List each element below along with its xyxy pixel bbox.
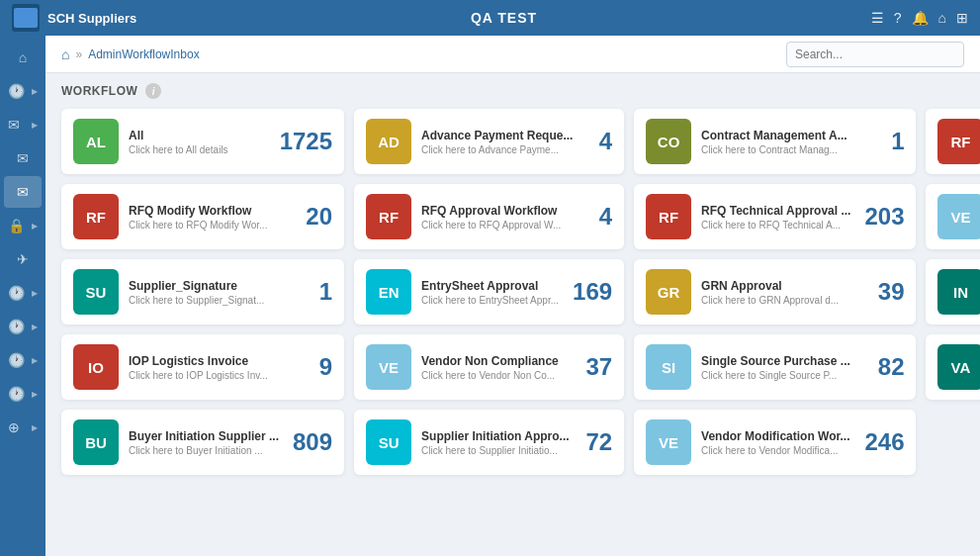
clock5-icon: 🕐 [8,386,25,402]
card-badge: IO [73,344,119,390]
sidebar-item-mail3[interactable]: ✉ [4,176,42,208]
arrow-icon: ▶ [32,222,38,231]
card-title: Buyer Initiation Supplier ... [129,429,279,443]
card-info: Supplier_Signature Click here to Supplie… [129,279,306,306]
grid-icon[interactable]: ⊞ [956,10,968,26]
notification-icon[interactable]: 🔔 [912,10,929,26]
search-input[interactable] [786,42,964,67]
card-count: 9 [319,353,332,381]
workflow-card[interactable]: RF RFQ Technical Approval ... Click here… [634,184,916,249]
workflow-card[interactable]: SU Supplier_Signature Click here to Supp… [61,259,344,324]
workflow-card[interactable]: RF RFQ Modify Workflow Click here to RFQ… [61,184,344,249]
card-info: Single Source Purchase ... Click here to… [701,354,864,381]
topbar: SCH Suppliers QA TEST ☰ ? 🔔 ⌂ ⊞ [0,0,980,36]
card-count: 4 [599,203,612,231]
workflow-info-icon[interactable]: i [145,83,161,99]
workflow-card[interactable]: VA Variation Order App... Click here to … [926,334,980,400]
home-breadcrumb[interactable]: ⌂ [61,46,69,62]
workflow-card[interactable]: IN Inbound Shipment Click here to Inboun… [926,259,980,324]
arrow-icon: ▶ [32,289,38,298]
arrow-icon: ▶ [32,356,38,365]
workflow-card[interactable]: RF RFQ Commerial App... Click here to RF… [926,109,980,174]
card-title: Advance Payment Reque... [421,129,585,142]
workflow-card[interactable]: IO IOP Logistics Invoice Click here to I… [61,334,344,400]
card-info: All Click here to All details [129,129,266,155]
sidebar-item-send[interactable]: ✈ [4,243,42,275]
workflow-card[interactable]: AD Advance Payment Reque... Click here t… [354,109,624,174]
card-badge: VE [937,194,980,239]
card-info: RFQ Technical Approval ... Click here to… [701,204,850,231]
card-badge: RF [366,194,411,239]
breadcrumb-separator: » [75,47,82,61]
card-subtitle: Click here to Advance Payme... [421,144,585,155]
card-info: Contract Management A... Click here to C… [701,129,877,155]
workflow-card[interactable]: VE Vessel Shipment Im... Click here to V… [926,184,980,249]
workflow-card[interactable]: GR GRN Approval Click here to GRN Approv… [634,259,916,324]
card-info: GRN Approval Click here to GRN Approval … [701,279,864,306]
card-subtitle: Click here to GRN Approval d... [701,295,864,306]
card-title: RFQ Modify Workflow [129,204,292,218]
card-info: Supplier Initiation Appro... Click here … [421,429,572,456]
card-badge: RF [646,194,691,239]
card-count: 82 [878,353,905,381]
arrow-icon: ▶ [32,390,38,399]
card-count: 809 [293,428,332,456]
workflow-header: WORKFLOW i [45,73,980,105]
menu-icon[interactable]: ☰ [871,10,884,26]
sidebar-item-mail2[interactable]: ✉ [4,142,42,174]
sidebar-item-clock5[interactable]: 🕐 ▶ [4,378,42,410]
sidebar-item-home[interactable]: ⌂ [4,42,42,73]
home-icon[interactable]: ⌂ [938,10,946,26]
help-icon[interactable]: ? [894,10,902,26]
card-count: 39 [878,278,905,306]
clock4-icon: 🕐 [8,352,25,368]
sidebar-item-lock[interactable]: 🔒 ▶ [4,210,42,241]
card-subtitle: Click here to Supplier Initiatio... [421,445,572,456]
card-title: RFQ Approval Workflow [421,204,585,218]
arrow-icon: ▶ [32,323,38,331]
card-subtitle: Click here to RFQ Modify Wor... [129,220,292,231]
card-subtitle: Click here to Vendor Modifica... [701,445,850,456]
sidebar-item-add[interactable]: ⊕ ▶ [4,412,42,443]
card-title: Vendor Non Compliance [421,354,572,368]
workflow-card[interactable]: AL All Click here to All details 1725 [61,109,344,174]
clock1-icon: 🕐 [8,83,25,99]
logo-image [14,8,38,28]
card-subtitle: Click here to Vendor Non Co... [421,370,572,381]
card-count: 1725 [280,128,332,155]
topbar-brand: SCH Suppliers [12,4,136,32]
card-title: All [129,129,266,142]
sidebar-item-clock2[interactable]: 🕐 ▶ [4,277,42,309]
card-count: 37 [585,353,612,381]
sidebar-item-clock4[interactable]: 🕐 ▶ [4,344,42,376]
mail1-icon: ✉ [8,117,20,133]
workflow-card[interactable]: EN EntrySheet Approval Click here to Ent… [354,259,624,324]
workflow-card[interactable]: BU Buyer Initiation Supplier ... Click h… [61,410,344,475]
workflow-card[interactable]: VE Vendor Non Compliance Click here to V… [354,334,624,400]
card-badge: RF [937,119,980,164]
breadcrumb-link[interactable]: AdminWorkflowInbox [88,47,200,61]
card-title: IOP Logistics Invoice [129,354,306,368]
card-title: RFQ Technical Approval ... [701,204,850,218]
sidebar-item-clock3[interactable]: 🕐 ▶ [4,311,42,342]
card-badge: GR [646,269,691,315]
card-count: 1 [891,128,904,155]
card-badge: VA [937,344,980,390]
card-count: 72 [585,428,612,456]
workflow-card[interactable]: SI Single Source Purchase ... Click here… [634,334,916,400]
sidebar-item-clock1[interactable]: 🕐 ▶ [4,75,42,107]
sidebar-item-mail1[interactable]: ✉ ▶ [4,109,42,140]
workflow-card[interactable]: SU Supplier Initiation Appro... Click he… [354,410,624,475]
arrow-icon: ▶ [32,423,38,432]
cards-grid: AL All Click here to All details 1725 AD… [61,109,964,475]
workflow-card[interactable]: VE Vendor Modification Wor... Click here… [634,410,916,475]
card-subtitle: Click here to EntrySheet Appr... [421,295,559,306]
card-info: EntrySheet Approval Click here to EntryS… [421,279,559,306]
card-info: Vendor Non Compliance Click here to Vend… [421,354,572,381]
workflow-card[interactable]: RF RFQ Approval Workflow Click here to R… [354,184,624,249]
card-count: 4 [599,128,612,155]
card-title: Single Source Purchase ... [701,354,864,368]
card-count: 1 [319,278,332,306]
workflow-card[interactable]: CO Contract Management A... Click here t… [634,109,916,174]
card-count: 246 [864,428,904,456]
